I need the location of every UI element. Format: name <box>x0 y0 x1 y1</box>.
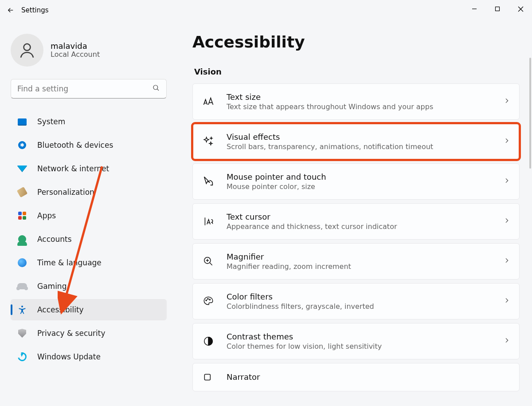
palette-icon <box>202 295 215 308</box>
maximize-icon <box>495 6 500 12</box>
scrollbar[interactable] <box>529 58 531 169</box>
card-desc: Color themes for low vision, light sensi… <box>227 342 503 351</box>
cards-list: Text size Text size that appears through… <box>192 83 520 391</box>
narrator-icon <box>202 371 215 384</box>
card-desc: Appearance and thickness, text cursor in… <box>227 222 503 231</box>
card-title: Text cursor <box>227 212 503 221</box>
sidebar-item-label: System <box>37 117 65 126</box>
sidebar-item-label: Gaming <box>37 282 66 291</box>
sidebar-item-network[interactable]: Network & internet <box>11 158 167 179</box>
sidebar-item-time-language[interactable]: Time & language <box>11 252 167 273</box>
sidebar-item-windows-update[interactable]: Windows Update <box>11 346 167 367</box>
svg-point-15 <box>209 299 210 300</box>
account-block[interactable]: malavida Local Account <box>11 34 167 67</box>
sidebar-item-label: Bluetooth & devices <box>37 141 113 150</box>
sidebar-item-apps[interactable]: Apps <box>11 205 167 226</box>
update-icon <box>17 351 27 362</box>
sidebar-item-label: Personalization <box>37 188 94 197</box>
back-button[interactable] <box>0 0 21 20</box>
accessibility-icon <box>17 304 27 315</box>
minimize-icon <box>472 6 477 12</box>
accounts-icon <box>17 234 27 244</box>
avatar <box>11 34 43 67</box>
svg-rect-17 <box>204 374 210 380</box>
card-title: Visual effects <box>227 132 503 142</box>
chevron-right-icon <box>503 257 510 266</box>
minimize-button[interactable] <box>463 0 486 18</box>
account-subtitle: Local Account <box>51 50 100 59</box>
card-narrator[interactable]: Narrator <box>192 363 520 391</box>
arrow-left-icon <box>7 6 15 14</box>
system-icon <box>17 116 27 127</box>
user-icon <box>18 41 36 59</box>
sidebar-item-bluetooth[interactable]: ✱ Bluetooth & devices <box>11 134 167 156</box>
apps-icon <box>17 210 27 221</box>
search-box[interactable] <box>11 79 167 99</box>
card-desc: Text size that appears throughout Window… <box>227 102 503 111</box>
chevron-right-icon <box>503 177 510 186</box>
chevron-right-icon <box>503 337 510 346</box>
shield-icon <box>17 328 27 339</box>
svg-point-14 <box>207 299 208 300</box>
sidebar-item-label: Accounts <box>37 235 72 244</box>
svg-point-4 <box>24 44 31 51</box>
card-title: Mouse pointer and touch <box>227 172 503 181</box>
gamepad-icon <box>17 281 27 292</box>
chevron-right-icon <box>503 137 510 146</box>
card-text-cursor[interactable]: Text cursor Appearance and thickness, te… <box>192 203 520 240</box>
main-content: Accessibility Vision Text size Text size… <box>173 20 532 406</box>
svg-point-5 <box>153 85 158 90</box>
page-title: Accessibility <box>192 33 520 51</box>
card-contrast-themes[interactable]: Contrast themes Color themes for low vis… <box>192 323 520 359</box>
search-icon <box>152 84 160 94</box>
sidebar-item-personalization[interactable]: Personalization <box>11 181 167 203</box>
card-color-filters[interactable]: Color filters Colorblindness filters, gr… <box>192 283 520 319</box>
card-title: Contrast themes <box>227 332 503 341</box>
maximize-button[interactable] <box>486 0 509 18</box>
search-input[interactable] <box>17 84 152 93</box>
close-button[interactable] <box>509 0 532 18</box>
chevron-right-icon <box>503 97 510 106</box>
text-cursor-icon <box>202 215 215 228</box>
bluetooth-icon: ✱ <box>17 140 27 150</box>
sidebar-item-privacy[interactable]: Privacy & security <box>11 323 167 344</box>
section-title: Vision <box>194 67 520 76</box>
account-name: malavida <box>51 42 100 51</box>
text-size-icon <box>202 95 215 108</box>
sidebar-item-system[interactable]: System <box>11 111 167 132</box>
svg-rect-1 <box>496 7 500 11</box>
card-title: Text size <box>227 92 503 102</box>
svg-point-13 <box>206 300 207 301</box>
card-title: Narrator <box>227 372 510 382</box>
card-text-size[interactable]: Text size Text size that appears through… <box>192 83 520 120</box>
magnifier-icon <box>202 255 215 268</box>
sidebar-item-accessibility[interactable]: Accessibility <box>11 299 167 320</box>
app-title: Settings <box>21 6 49 14</box>
brush-icon <box>17 187 27 197</box>
settings-window: Settings malavida Local Account <box>0 0 532 406</box>
card-mouse-pointer[interactable]: Mouse pointer and touch Mouse pointer co… <box>192 163 520 200</box>
sidebar-item-label: Apps <box>37 211 56 220</box>
sidebar-item-label: Network & internet <box>37 164 109 173</box>
chevron-right-icon <box>503 217 510 226</box>
card-title: Magnifier <box>227 252 503 261</box>
window-controls <box>463 0 532 18</box>
sidebar-item-label: Windows Update <box>37 352 101 361</box>
pointer-icon <box>202 175 215 188</box>
svg-line-6 <box>157 89 159 91</box>
sidebar-item-accounts[interactable]: Accounts <box>11 229 167 250</box>
svg-line-10 <box>210 263 212 265</box>
card-desc: Magnifier reading, zoom increment <box>227 262 503 271</box>
card-visual-effects[interactable]: Visual effects Scroll bars, transparency… <box>192 123 520 160</box>
card-magnifier[interactable]: Magnifier Magnifier reading, zoom increm… <box>192 243 520 280</box>
sidebar-item-gaming[interactable]: Gaming <box>11 276 167 297</box>
globe-icon <box>17 257 27 268</box>
wifi-icon <box>17 163 27 174</box>
card-desc: Mouse pointer color, size <box>227 182 503 191</box>
chevron-right-icon <box>503 297 510 306</box>
card-desc: Scroll bars, transparency, animations, n… <box>227 142 503 151</box>
nav-list: System ✱ Bluetooth & devices Network & i… <box>11 111 167 367</box>
contrast-icon <box>202 335 215 348</box>
svg-point-7 <box>21 306 23 307</box>
sidebar: malavida Local Account System ✱ Bluetoot… <box>0 20 173 406</box>
